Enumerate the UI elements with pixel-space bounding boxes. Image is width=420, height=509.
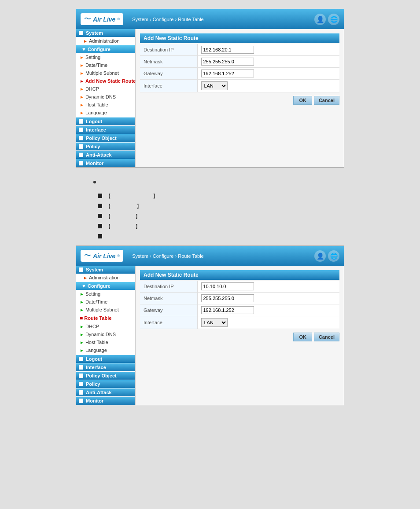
sidebar-setting-1[interactable]: ► Setting bbox=[76, 53, 135, 61]
sidebar-1: System ► Administration ▼ Configure ► Se… bbox=[76, 29, 136, 167]
table-row: Interface LAN WAN bbox=[140, 316, 339, 329]
sidebar-language-2[interactable]: ► Language bbox=[76, 346, 135, 354]
sidebar-dhcp-1[interactable]: ► DHCP bbox=[76, 85, 135, 93]
system-square-1 bbox=[79, 31, 83, 35]
sidebar-hosttable-1[interactable]: ► Host Table bbox=[76, 101, 135, 109]
form-title-2: Add New Static Route bbox=[140, 270, 339, 280]
interface-select-2[interactable]: LAN WAN bbox=[201, 318, 228, 327]
sidebar-policyobject-2[interactable]: Policy Object bbox=[76, 372, 135, 380]
sidebar-section-system-2[interactable]: System bbox=[76, 266, 135, 274]
sidebar-dhcp-2[interactable]: ► DHCP bbox=[76, 322, 135, 330]
arrow-dynamicdns-2: ► bbox=[80, 332, 84, 337]
system-label-1: System bbox=[86, 30, 103, 36]
sidebar-routetable-2[interactable]: ■ Route Table bbox=[76, 314, 135, 322]
sidebar-policy-2[interactable]: Policy bbox=[76, 380, 135, 388]
sidebar-routetable-1[interactable]: ► Add New Static Route bbox=[76, 77, 135, 85]
list-item: 【 】 bbox=[98, 203, 335, 210]
admin-label-1: Administration bbox=[89, 38, 120, 44]
cancel-button-2[interactable]: Cancel bbox=[314, 333, 339, 341]
monitor-label-1: Monitor bbox=[86, 161, 103, 166]
bullet-main bbox=[93, 181, 335, 188]
dhcp-label-1: DHCP bbox=[85, 86, 99, 92]
sidebar-language-1[interactable]: ► Language bbox=[76, 109, 135, 117]
antiattack-sq-2 bbox=[79, 390, 83, 395]
sidebar-item-administration-2[interactable]: ► Administration bbox=[76, 274, 135, 282]
sidebar-interface-1[interactable]: Interface bbox=[76, 126, 135, 134]
breadcrumb-2: System › Configure › Route Table bbox=[132, 253, 203, 259]
dest-ip-input-1[interactable] bbox=[201, 46, 254, 54]
gateway-input-1[interactable] bbox=[201, 70, 254, 77]
sidebar-logout-1[interactable]: Logout bbox=[76, 117, 135, 125]
interface-select-1[interactable]: LAN WAN bbox=[201, 81, 228, 90]
netmask-input-2[interactable] bbox=[201, 294, 254, 302]
arrow-setting-2: ► bbox=[80, 292, 84, 297]
netmask-label-2: Netmask bbox=[140, 293, 197, 304]
admin-label-2: Administration bbox=[89, 275, 120, 280]
interface-cell-2: LAN WAN bbox=[197, 316, 339, 329]
sidebar-configure-2[interactable]: ▼ Configure bbox=[76, 282, 135, 290]
sidebar-configure-1[interactable]: ▼ Configure bbox=[76, 45, 135, 53]
dest-ip-cell-2 bbox=[197, 281, 339, 293]
sidebar-multiplesubnet-1[interactable]: ► Multiple Subnet bbox=[76, 69, 135, 77]
panel-1-body: System ► Administration ▼ Configure ► Se… bbox=[76, 29, 344, 167]
sidebar-logout-2[interactable]: Logout bbox=[76, 355, 135, 363]
hosttable-label-1: Host Table bbox=[85, 102, 108, 107]
sq-bullet-4 bbox=[98, 224, 102, 228]
netmask-cell-1 bbox=[197, 56, 339, 68]
table-row: Gateway bbox=[140, 304, 339, 316]
logo-reg-2: ® bbox=[117, 254, 120, 258]
header-icons-2: 👤 🌐 bbox=[314, 250, 339, 262]
netmask-label-1: Netmask bbox=[140, 56, 197, 68]
bullet-list: 【 】 【 】 【 bbox=[93, 193, 335, 238]
sq-bullet-2 bbox=[98, 204, 102, 208]
netmask-input-1[interactable] bbox=[201, 58, 254, 66]
sidebar-policy-1[interactable]: Policy bbox=[76, 143, 135, 150]
arrow-icon-admin-2: ► bbox=[83, 275, 88, 280]
interface-label-1: Interface bbox=[86, 127, 106, 132]
policyobj-sq-1 bbox=[79, 136, 83, 140]
interface-label-2: Interface bbox=[86, 365, 106, 370]
sidebar-interface-2[interactable]: Interface bbox=[76, 363, 135, 371]
sidebar-antiattack-1[interactable]: Anti-Attack bbox=[76, 151, 135, 159]
bracket-text-2: 【 】 bbox=[106, 203, 142, 210]
sidebar-setting-2[interactable]: ► Setting bbox=[76, 290, 135, 298]
dest-ip-input-2[interactable] bbox=[201, 282, 254, 290]
sidebar-antiattack-2[interactable]: Anti-Attack bbox=[76, 388, 135, 396]
dest-ip-cell-1 bbox=[197, 44, 339, 56]
sidebar-monitor-2[interactable]: Monitor bbox=[76, 397, 135, 405]
policy-label-1: Policy bbox=[86, 144, 100, 149]
configure-label-2: ▼ Configure bbox=[81, 283, 111, 289]
ok-button-2[interactable]: OK bbox=[293, 333, 312, 341]
sidebar-multiplesubnet-2[interactable]: ► Multiple Subnet bbox=[76, 306, 135, 314]
sidebar-item-administration-1[interactable]: ► Administration bbox=[76, 37, 135, 45]
bracket-text-3: 【 】 bbox=[106, 213, 140, 220]
panel-2: 〜 Air Live® System › Configure › Route T… bbox=[76, 245, 344, 405]
ok-button-1[interactable]: OK bbox=[293, 96, 312, 105]
sidebar-dynamicdns-1[interactable]: ► Dynamic DNS bbox=[76, 93, 135, 101]
gateway-cell-2 bbox=[197, 304, 339, 316]
sidebar-policyobject-1[interactable]: Policy Object bbox=[76, 134, 135, 142]
sidebar-datetime-1[interactable]: ► Date/Time bbox=[76, 61, 135, 69]
arrow-dhcp-2: ► bbox=[80, 324, 84, 329]
table-row: Netmask bbox=[140, 293, 339, 304]
user-icon-2[interactable]: 👤 bbox=[314, 250, 326, 262]
logout-sq-2 bbox=[79, 357, 83, 361]
globe-icon-1[interactable]: 🌐 bbox=[328, 14, 339, 25]
arrow-datetime-1: ► bbox=[80, 63, 84, 68]
sidebar-section-system-1[interactable]: System bbox=[76, 29, 135, 37]
monitor-sq-1 bbox=[79, 161, 83, 165]
gateway-input-2[interactable] bbox=[201, 306, 254, 314]
arrow-multisubnet-2: ► bbox=[80, 308, 84, 312]
user-icon-1[interactable]: 👤 bbox=[314, 14, 326, 25]
logout-label-1: Logout bbox=[86, 119, 102, 124]
sidebar-monitor-1[interactable]: Monitor bbox=[76, 159, 135, 167]
sidebar-datetime-2[interactable]: ► Date/Time bbox=[76, 298, 135, 306]
multisubnet-label-2: Multiple Subnet bbox=[85, 307, 119, 312]
sidebar-dynamicdns-2[interactable]: ► Dynamic DNS bbox=[76, 330, 135, 338]
system-label-2: System bbox=[86, 267, 103, 272]
list-item: 【 】 bbox=[98, 213, 335, 220]
sidebar-hosttable-2[interactable]: ► Host Table bbox=[76, 338, 135, 346]
cancel-button-1[interactable]: Cancel bbox=[314, 96, 339, 105]
globe-icon-2[interactable]: 🌐 bbox=[328, 250, 339, 262]
netmask-cell-2 bbox=[197, 293, 339, 304]
